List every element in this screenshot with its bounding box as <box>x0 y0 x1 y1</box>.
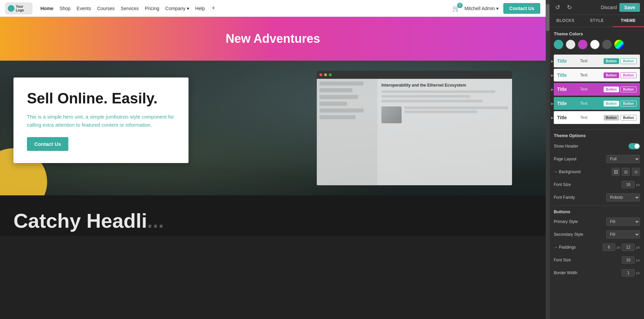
bottom-headline: Catchy Headli... <box>13 209 164 232</box>
secondary-style-select[interactable]: Fill Outline <box>606 230 640 238</box>
row2-btn-secondary[interactable]: Button <box>620 72 637 78</box>
border-width-label: Border Width <box>554 270 594 275</box>
tab-blocks[interactable]: BLOCKS <box>550 15 581 27</box>
scrollbar-thumb[interactable] <box>546 4 549 31</box>
font-family-select[interactable]: Roboto Arial Open Sans <box>606 193 640 201</box>
tab-theme[interactable]: THEME <box>613 15 644 27</box>
color-swatch-dark-gray[interactable] <box>602 40 612 49</box>
row4-btn-secondary[interactable]: Button <box>620 101 637 106</box>
discard-button[interactable]: Discard <box>601 3 617 12</box>
page-layout-row: Page Layout Full Boxed <box>554 154 640 164</box>
background-label: → Background <box>554 169 594 174</box>
hero-banner: New Adventures <box>0 17 546 61</box>
row5-btn-primary[interactable]: Button <box>604 115 619 121</box>
row4-arrow: ▶ <box>551 102 554 105</box>
nav-add-button[interactable]: + <box>211 5 216 12</box>
secondary-style-row: Secondary Style Fill Outline <box>554 230 640 239</box>
color-picker-button[interactable] <box>614 40 624 49</box>
color-swatch-white[interactable] <box>590 40 600 49</box>
bg-clear-icon[interactable]: ⊘ <box>632 168 640 176</box>
row3-text: Text <box>577 87 604 92</box>
theme-row-1[interactable]: Title Text Button Button <box>554 55 640 67</box>
nav-right: 🛒 0 Mitchell Admin ▾ Contact Us <box>452 3 540 14</box>
bottom-strip: Catchy Headli... <box>0 195 546 236</box>
btn-font-size-label: Font Size <box>554 258 594 262</box>
nav-cart[interactable]: 🛒 0 <box>452 5 460 12</box>
bg-grid-icon[interactable]: ⊞ <box>622 168 630 176</box>
font-family-value: Roboto Arial Open Sans <box>594 193 640 201</box>
row1-btn-primary[interactable]: Button <box>604 58 619 64</box>
paddings-row: → Paddings px px <box>554 243 640 252</box>
nav-user-chevron: ▾ <box>496 6 499 11</box>
row1-title: Title <box>557 58 577 64</box>
color-swatch-light-gray[interactable] <box>566 40 575 49</box>
padding-v-unit: px <box>617 245 621 249</box>
primary-style-select[interactable]: Fill Outline <box>606 218 640 226</box>
show-header-label: Show Header <box>554 144 594 149</box>
color-swatch-teal[interactable] <box>554 40 563 49</box>
padding-h-input[interactable] <box>622 244 635 251</box>
font-family-row: Font Family Roboto Arial Open Sans <box>554 193 640 202</box>
save-button[interactable]: Save <box>619 3 640 12</box>
nav-link-pricing[interactable]: Pricing <box>145 6 159 11</box>
show-header-toggle[interactable] <box>629 143 640 149</box>
nav-contact-button[interactable]: Contact Us <box>503 3 540 14</box>
theme-row-4[interactable]: Title Text Button Button <box>554 97 640 110</box>
nav-logo: Your Logo <box>5 3 32 14</box>
theme-row-2[interactable]: Title Text Button Button <box>554 69 640 82</box>
scrollbar-track[interactable] <box>546 0 550 319</box>
border-width-input[interactable] <box>622 269 635 277</box>
logo-image[interactable]: Your Logo <box>5 3 32 14</box>
nav-link-shop[interactable]: Shop <box>60 6 71 11</box>
row2-text: Text <box>577 73 604 77</box>
row3-btn-secondary[interactable]: Button <box>620 87 637 92</box>
row2-buttons: Button Button <box>604 72 637 78</box>
primary-style-label: Primary Style <box>554 219 594 224</box>
tab-style[interactable]: STYLE <box>581 15 612 27</box>
background-icons: 🖼 ⊞ ⊘ <box>594 168 640 176</box>
nav-link-company[interactable]: Company ▾ <box>165 6 189 11</box>
theme-row-5[interactable]: Title Text Button Button <box>554 111 640 124</box>
padding-v-input[interactable] <box>603 244 615 251</box>
theme-colors-title: Theme Colors <box>554 31 640 36</box>
nav-link-services[interactable]: Services <box>121 6 139 11</box>
nav-link-help[interactable]: Help <box>195 6 205 11</box>
hero-screenshot-bg: Interoperability and the Ethernet Ecosys… <box>317 71 512 185</box>
row4-btn-primary[interactable]: Button <box>604 101 619 106</box>
row5-title: Title <box>557 115 577 120</box>
hero-section: Interoperability and the Ethernet Ecosys… <box>0 61 546 195</box>
border-width-value: px <box>594 269 640 277</box>
row5-arrow: ▶ <box>551 116 554 120</box>
btn-font-size-input[interactable] <box>622 256 635 264</box>
bg-image-icon[interactable]: 🖼 <box>612 168 620 176</box>
nav-user-menu[interactable]: Mitchell Admin ▾ <box>465 6 499 11</box>
secondary-style-value: Fill Outline <box>594 230 640 238</box>
hero-card-description: This is a simple hero unit, a simple jum… <box>27 113 175 129</box>
color-swatch-magenta[interactable] <box>578 40 587 49</box>
panel-tabs: BLOCKS STYLE THEME <box>550 15 644 27</box>
row3-btn-primary[interactable]: Button <box>604 87 619 92</box>
primary-style-row: Primary Style Fill Outline <box>554 217 640 226</box>
row5-btn-secondary[interactable]: Button <box>620 115 637 121</box>
font-size-row: Font Size px <box>554 180 640 189</box>
paddings-value: px px <box>594 244 640 251</box>
page-layout-select[interactable]: Full Boxed <box>606 155 640 163</box>
nav-link-home[interactable]: Home <box>40 6 54 11</box>
panel-save-actions: Discard Save <box>601 3 640 12</box>
font-size-input[interactable] <box>622 181 635 188</box>
theme-row-3[interactable]: Title Text Button Button <box>554 83 640 96</box>
nav-link-events[interactable]: Events <box>77 6 91 11</box>
background-row: → Background 🖼 ⊞ ⊘ <box>554 167 640 177</box>
undo-button[interactable]: ↺ <box>554 3 562 12</box>
panel-theme-content: Theme Colors ▶ Title Text Button Button <box>550 27 644 319</box>
nav-link-courses[interactable]: Courses <box>97 6 114 11</box>
panel-divider-1 <box>554 129 640 130</box>
row4-text: Text <box>577 101 604 106</box>
hero-card-contact-button[interactable]: Contact Us <box>27 137 68 151</box>
row1-btn-secondary[interactable]: Button <box>620 58 637 64</box>
redo-button[interactable]: ↻ <box>566 3 573 12</box>
row2-btn-primary[interactable]: Button <box>604 72 619 78</box>
row2-title: Title <box>557 72 577 78</box>
padding-h-unit: px <box>636 245 640 249</box>
font-size-label: Font Size <box>554 182 594 187</box>
